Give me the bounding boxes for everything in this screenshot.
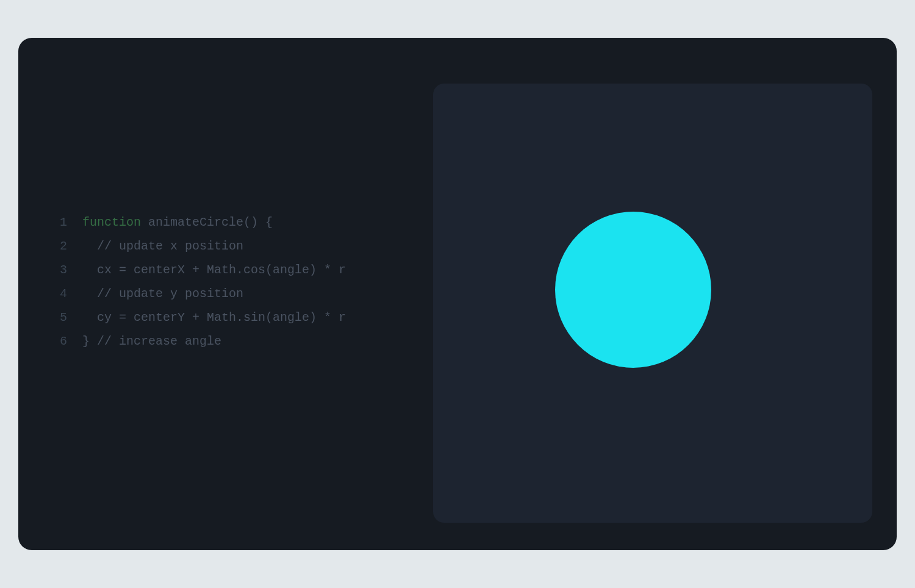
code-text: } // increase angle	[82, 334, 221, 348]
code-text: function animateCircle() {	[82, 215, 273, 229]
code-panel: 1 function animateCircle() { 2 // update…	[18, 62, 433, 526]
code-line: 2 // update x position	[46, 239, 433, 253]
code-text: // update x position	[82, 239, 243, 253]
line-number: 6	[46, 334, 67, 348]
line-number: 3	[46, 263, 67, 277]
code-line: 4 // update y position	[46, 287, 433, 301]
keyword-function: function	[82, 215, 141, 229]
line-number: 2	[46, 239, 67, 253]
code-text: cy = centerY + Math.sin(angle) * r	[82, 310, 346, 324]
editor-window: 1 function animateCircle() { 2 // update…	[18, 38, 897, 550]
line-number: 4	[46, 287, 67, 301]
preview-panel	[433, 84, 872, 523]
code-text: cx = centerX + Math.cos(angle) * r	[82, 263, 346, 277]
code-line: 1 function animateCircle() {	[46, 215, 433, 229]
line-number: 5	[46, 310, 67, 324]
code-line: 3 cx = centerX + Math.cos(angle) * r	[46, 263, 433, 277]
line-number: 1	[46, 215, 67, 229]
code-line: 5 cy = centerY + Math.sin(angle) * r	[46, 310, 433, 324]
animated-circle	[555, 212, 711, 368]
code-text: // update y position	[82, 287, 243, 301]
code-line: 6 } // increase angle	[46, 334, 433, 348]
code-block[interactable]: 1 function animateCircle() { 2 // update…	[46, 215, 433, 348]
code-rest: animateCircle() {	[141, 215, 273, 229]
